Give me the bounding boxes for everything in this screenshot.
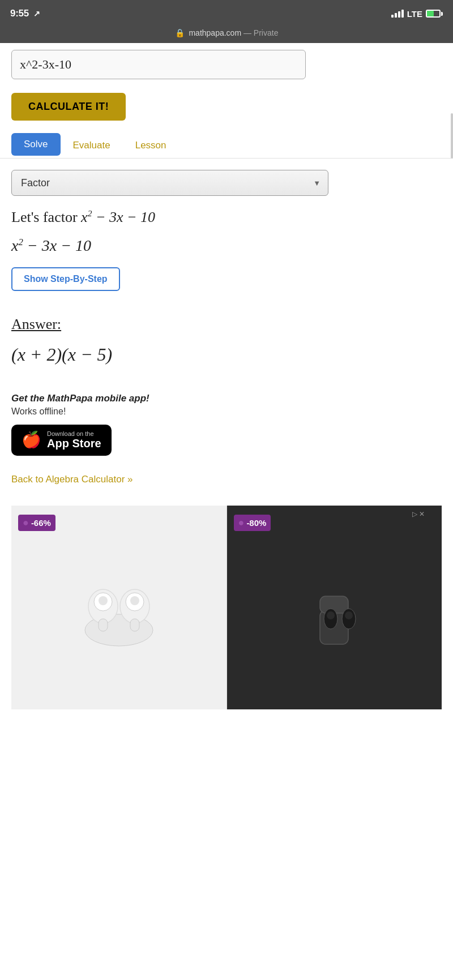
app-promo-sub: Works offline! (11, 406, 442, 417)
ad-badge-right: -80% (234, 515, 271, 531)
ad-area: ▷ ✕ -66% (11, 506, 442, 709)
ad-badge-left: -66% (18, 515, 55, 531)
main-content: CALCULATE IT! Solve Evaluate Lesson Fact… (0, 43, 453, 709)
tab-solve[interactable]: Solve (11, 133, 61, 156)
svg-rect-7 (99, 619, 108, 631)
location-icon: ↗ (33, 9, 40, 18)
app-store-small: Download on the (47, 430, 101, 437)
ad-label: ▷ ✕ (412, 510, 425, 518)
scrollbar[interactable] (451, 113, 453, 159)
app-store-large: App Store (47, 437, 101, 450)
svg-point-14 (345, 611, 353, 619)
tabs-area: Solve Evaluate Lesson (0, 127, 453, 159)
network-label: LTE (407, 9, 422, 19)
private-label: — (243, 28, 254, 37)
tab-lesson[interactable]: Lesson (123, 134, 179, 157)
app-promo: Get the MathPapa mobile app! Works offli… (0, 384, 453, 465)
factor-select-wrapper: Factor Solve Simplify Expand (11, 170, 328, 196)
lock-icon: 🔒 (175, 28, 185, 37)
earbuds-white-image (74, 562, 164, 653)
time-text: 9:55 (10, 8, 29, 19)
app-store-button[interactable]: 🍎 Download on the App Store (11, 425, 112, 456)
svg-point-3 (99, 596, 108, 605)
url-bar[interactable]: 🔒 mathpapa.com — Private (0, 25, 453, 43)
status-right: LTE (391, 9, 443, 19)
signal-icon (391, 10, 404, 18)
back-to-calculator-link[interactable]: Back to Algebra Calculator » (11, 474, 133, 485)
battery-icon (426, 10, 443, 18)
lets-factor-prefix: Let's factor (11, 209, 81, 225)
expression-input[interactable] (11, 50, 306, 79)
time-display: 9:55 ↗ (10, 8, 40, 19)
back-link-area: Back to Algebra Calculator » (0, 465, 453, 494)
lets-factor-text: Let's factor x2 − 3x − 10 (11, 207, 442, 228)
apple-icon: 🍎 (22, 432, 41, 448)
svg-rect-8 (130, 619, 139, 631)
ad-product-right[interactable]: -80% (227, 506, 442, 709)
app-promo-title: Get the MathPapa mobile app! (11, 393, 442, 404)
svg-point-6 (130, 596, 139, 605)
show-steps-button[interactable]: Show Step-By-Step (11, 267, 120, 291)
math-content: Let's factor x2 − 3x − 10 x2 − 3x − 10 S… (0, 202, 453, 316)
private-text: Private (254, 28, 279, 37)
expression-display-inline: x2 − 3x − 10 (81, 209, 155, 225)
input-area (0, 43, 453, 86)
ad-product-left[interactable]: -66% (11, 506, 227, 709)
calc-btn-area: CALCULATE IT! (0, 86, 453, 127)
factor-select[interactable]: Factor Solve Simplify Expand (11, 170, 328, 196)
answer-section: Answer: (x + 2)(x − 5) (0, 316, 453, 368)
status-bar: 9:55 ↗ LTE (0, 0, 453, 25)
svg-point-12 (327, 611, 335, 619)
factor-area: Factor Solve Simplify Expand (0, 159, 453, 202)
answer-value: (x + 2)(x − 5) (11, 341, 442, 368)
app-store-text: Download on the App Store (47, 430, 101, 450)
tab-evaluate[interactable]: Evaluate (61, 134, 123, 157)
answer-label: Answer: (11, 316, 442, 333)
equation-line: x2 − 3x − 10 (11, 234, 442, 256)
calculate-button[interactable]: CALCULATE IT! (11, 93, 126, 121)
url-text: mathpapa.com (189, 28, 241, 37)
ad-inner: -66% -80% (11, 506, 442, 709)
earbuds-black-image (289, 562, 379, 653)
